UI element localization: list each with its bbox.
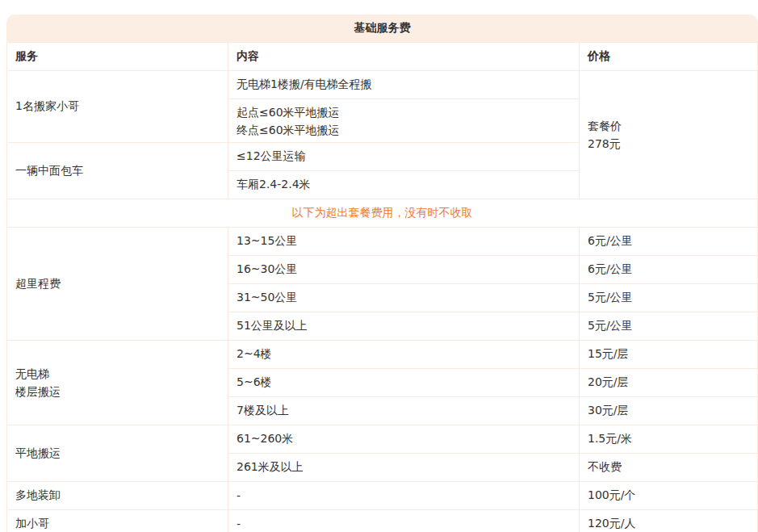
price-cell: 不收费: [580, 454, 758, 482]
service-line: 无电梯: [15, 365, 220, 383]
table-row: 多地装卸 - 100元/个: [7, 482, 758, 510]
price-cell: 6元/公里: [580, 256, 758, 284]
service-cell-stairs: 无电梯 楼层搬运: [7, 341, 228, 425]
column-header-service: 服务: [7, 43, 228, 71]
column-header-price: 价格: [580, 43, 758, 71]
package-price-label: 套餐价: [588, 117, 749, 135]
service-cell-multi-stop: 多地装卸: [7, 482, 228, 510]
price-cell: 15元/层: [580, 341, 758, 369]
content-cell: -: [228, 510, 580, 532]
content-cell: 车厢2.4-2.4米: [228, 171, 580, 199]
content-cell: 31~50公里: [228, 284, 580, 312]
service-cell-van: 一辆中面包车: [7, 143, 228, 199]
service-cell-overmileage: 超里程费: [7, 228, 228, 341]
service-cell-extra-mover: 加小哥: [7, 510, 228, 532]
notice-row: 以下为超出套餐费用，没有时不收取: [7, 199, 758, 228]
service-cell-mover: 1名搬家小哥: [7, 71, 228, 143]
table-row: 无电梯 楼层搬运 2~4楼 15元/层: [7, 341, 758, 369]
content-cell: ≤12公里运输: [228, 143, 580, 171]
content-cell: 2~4楼: [228, 341, 580, 369]
service-line: 楼层搬运: [15, 383, 220, 400]
price-cell-package: 套餐价 278元: [580, 71, 758, 199]
header-row: 服务 内容 价格: [7, 43, 758, 71]
price-cell: 1.5元/米: [580, 425, 758, 454]
pricing-table: 服务 内容 价格 1名搬家小哥 无电梯1楼搬/有电梯全程搬 套餐价 278元 起…: [6, 42, 758, 532]
content-cell: 61~260米: [228, 425, 580, 454]
table-row: 超里程费 13~15公里 6元/公里: [7, 228, 758, 256]
price-cell: 20元/层: [580, 369, 758, 397]
content-line: 终点≤60米平地搬运: [237, 121, 571, 139]
content-cell: 5~6楼: [228, 369, 580, 397]
pricing-card: 基础服务费 服务 内容 价格 1名搬家小哥 无电梯1楼搬/有电梯全程搬 套餐价 …: [6, 15, 758, 532]
notice-text: 以下为超出套餐费用，没有时不收取: [7, 199, 758, 228]
table-row: 1名搬家小哥 无电梯1楼搬/有电梯全程搬 套餐价 278元: [7, 71, 758, 99]
content-cell: 261米及以上: [228, 454, 580, 482]
price-cell: 6元/公里: [580, 228, 758, 256]
content-line: 起点≤60米平地搬运: [237, 103, 571, 121]
price-cell: 120元/人: [580, 510, 758, 532]
content-cell: 16~30公里: [228, 256, 580, 284]
card-title: 基础服务费: [6, 15, 758, 42]
content-cell: 51公里及以上: [228, 312, 580, 341]
content-cell: 无电梯1楼搬/有电梯全程搬: [228, 71, 580, 99]
column-header-content: 内容: [228, 43, 580, 71]
price-cell: 100元/个: [580, 482, 758, 510]
package-price-value: 278元: [588, 135, 749, 153]
service-cell-flat-carry: 平地搬运: [7, 425, 228, 482]
content-cell: 7楼及以上: [228, 397, 580, 425]
price-cell: 5元/公里: [580, 312, 758, 341]
table-row: 加小哥 - 120元/人: [7, 510, 758, 532]
content-cell: -: [228, 482, 580, 510]
content-cell: 起点≤60米平地搬运 终点≤60米平地搬运: [228, 99, 580, 143]
content-cell: 13~15公里: [228, 228, 580, 256]
price-cell: 5元/公里: [580, 284, 758, 312]
price-cell: 30元/层: [580, 397, 758, 425]
table-row: 平地搬运 61~260米 1.5元/米: [7, 425, 758, 454]
